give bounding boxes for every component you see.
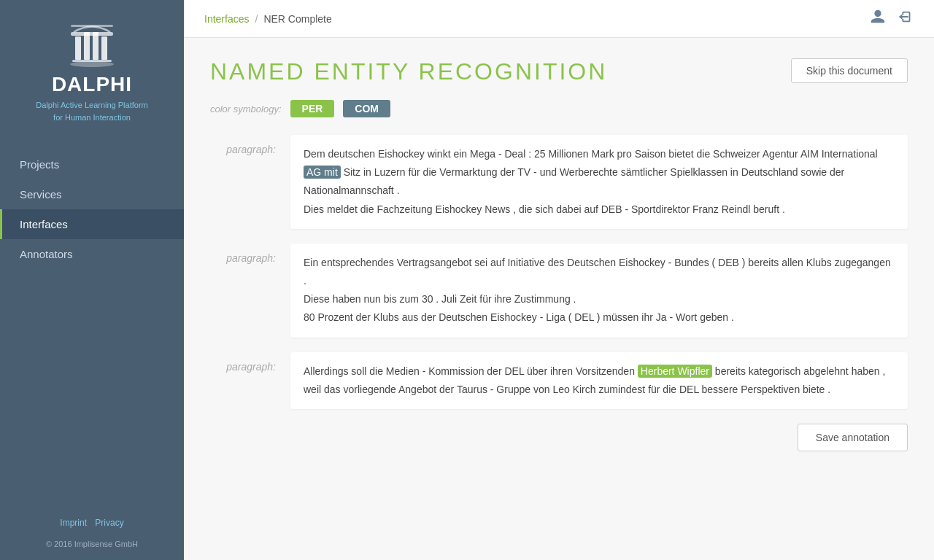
footer-copy: © 2016 Implisense GmbH <box>34 540 150 560</box>
paragraph-content-1[interactable]: Dem deutschen Eishockey winkt ein Mega -… <box>290 135 908 229</box>
svg-rect-5 <box>101 36 107 60</box>
page-header: NAMED ENTITY RECOGNITION Skip this docum… <box>210 58 908 85</box>
app-subtitle: Dalphi Active Learning Platform for Huma… <box>36 99 147 123</box>
sidebar-item-annotators[interactable]: Annotators <box>0 239 184 269</box>
svg-rect-3 <box>84 32 90 60</box>
content-area: NAMED ENTITY RECOGNITION Skip this docum… <box>184 38 934 560</box>
save-annotation-button[interactable]: Save annotation <box>798 424 908 451</box>
breadcrumb-separator: / <box>255 13 258 25</box>
sidebar-item-projects[interactable]: Projects <box>0 149 184 179</box>
breadcrumb-interfaces-link[interactable]: Interfaces <box>204 13 249 25</box>
logout-icon[interactable] <box>898 9 914 28</box>
footer-links: Imprint Privacy <box>45 506 138 540</box>
symbology-label: color symbology: <box>210 104 282 114</box>
page-title: NAMED ENTITY RECOGNITION <box>210 58 607 85</box>
logo-area: DALPHI Dalphi Active Learning Platform f… <box>24 0 159 135</box>
svg-rect-7 <box>71 25 113 27</box>
svg-rect-4 <box>93 32 99 60</box>
breadcrumb: Interfaces / NER Complete <box>204 13 332 25</box>
symbology-row: color symbology: PER COM <box>210 100 908 117</box>
topbar-icons <box>870 9 914 28</box>
per-tag-button[interactable]: PER <box>290 100 335 117</box>
sidebar-item-interfaces[interactable]: Interfaces <box>0 209 184 239</box>
skip-document-button[interactable]: Skip this document <box>791 58 908 83</box>
svg-rect-2 <box>75 36 81 60</box>
privacy-link[interactable]: Privacy <box>95 518 123 528</box>
breadcrumb-current: NER Complete <box>263 13 331 25</box>
app-title: DALPHI <box>52 73 132 96</box>
svg-point-0 <box>70 61 114 67</box>
entity-herbert-wipfler[interactable]: Herbert Wipfler <box>638 365 712 378</box>
main-area: Interfaces / NER Complete NAMED ENTITY R… <box>184 0 934 560</box>
sidebar: DALPHI Dalphi Active Learning Platform f… <box>0 0 184 560</box>
paragraph-label-2: paragraph: <box>210 244 276 338</box>
svg-rect-6 <box>71 32 113 36</box>
paragraph-block-3: paragraph: Allerdings soll die Medien - … <box>210 352 908 409</box>
paragraph-content-3[interactable]: Allerdings soll die Medien - Kommission … <box>290 352 908 409</box>
paragraph-label-1: paragraph: <box>210 135 276 229</box>
sidebar-item-services[interactable]: Services <box>0 179 184 209</box>
paragraph-content-2[interactable]: Ein entsprechendes Vertragsangebot sei a… <box>290 244 908 338</box>
user-icon[interactable] <box>870 9 886 28</box>
save-row: Save annotation <box>210 424 908 451</box>
sidebar-nav: Projects Services Interfaces Annotators <box>0 149 184 269</box>
svg-rect-1 <box>72 60 112 62</box>
imprint-link[interactable]: Imprint <box>60 518 87 528</box>
paragraph-block-1: paragraph: Dem deutschen Eishockey winkt… <box>210 135 908 229</box>
paragraph-label-3: paragraph: <box>210 352 276 409</box>
entity-ag-mit[interactable]: AG mit <box>304 166 341 179</box>
com-tag-button[interactable]: COM <box>343 100 390 117</box>
logo-icon <box>59 18 125 69</box>
paragraph-block-2: paragraph: Ein entsprechendes Vertragsan… <box>210 244 908 338</box>
topbar: Interfaces / NER Complete <box>184 0 934 38</box>
